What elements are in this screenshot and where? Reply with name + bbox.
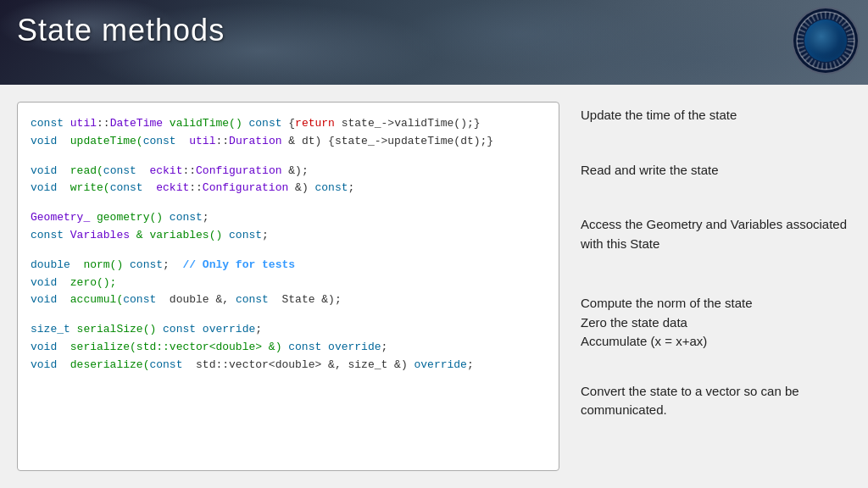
code-token: ; bbox=[203, 211, 209, 224]
description-text: Read and write the state bbox=[581, 163, 719, 177]
svg-point-1 bbox=[807, 22, 844, 59]
description-text: Zero the state data bbox=[581, 315, 687, 330]
code-token: updateTime( bbox=[64, 135, 143, 147]
code-token: Duration bbox=[229, 135, 281, 147]
code-token: ; bbox=[163, 258, 182, 271]
svg-point-3 bbox=[807, 34, 844, 47]
code-panel: const util::DateTime validTime() const {… bbox=[17, 102, 559, 471]
code-token: :: bbox=[182, 164, 196, 177]
code-token: accumul( bbox=[64, 293, 123, 306]
description-item: Convert the state to a vector so can be … bbox=[581, 382, 851, 420]
code-token: deserialize( bbox=[64, 358, 149, 371]
code-token: &); bbox=[281, 164, 308, 177]
code-token: norm() bbox=[77, 258, 130, 271]
code-line: const util::DateTime validTime() const {… bbox=[31, 115, 546, 133]
code-token: serialize(std::vector<double> &) bbox=[64, 341, 288, 353]
description-item: Update the time of the state bbox=[581, 106, 851, 125]
header: State methods bbox=[0, 0, 868, 85]
code-token: :: bbox=[215, 135, 229, 147]
code-token: override bbox=[203, 323, 255, 336]
code-token: state_->validTime();} bbox=[342, 117, 481, 130]
code-token: State &); bbox=[275, 293, 342, 306]
code-token: const bbox=[143, 135, 183, 147]
code-token: validTime() bbox=[163, 117, 248, 130]
descriptions-panel: Update the time of the stateRead and wri… bbox=[576, 102, 851, 471]
description-item: Compute the norm of the stateZero the st… bbox=[581, 294, 851, 352]
code-token: Geometry_ bbox=[31, 211, 90, 224]
code-token: std::vector<double> &, size_t &) bbox=[189, 358, 414, 371]
code-token: void bbox=[31, 181, 64, 194]
code-line: void write(const eckit::Configuration &)… bbox=[31, 180, 546, 197]
code-token: const bbox=[103, 164, 143, 177]
code-token: eckit bbox=[143, 164, 183, 177]
code-token: ; bbox=[348, 181, 355, 194]
code-token: { bbox=[288, 117, 295, 130]
code-token: const bbox=[248, 117, 288, 130]
code-token: ; bbox=[255, 323, 262, 336]
code-line: void read(const eckit::Configuration &); bbox=[31, 163, 546, 180]
code-line: void deserialize(const std::vector<doubl… bbox=[31, 357, 546, 374]
code-token: void bbox=[31, 341, 64, 353]
code-token: const bbox=[130, 258, 163, 271]
code-token: // Only for tests bbox=[182, 258, 295, 271]
code-token: ; bbox=[381, 341, 388, 353]
code-blank-line bbox=[31, 197, 546, 209]
code-token: const bbox=[163, 323, 203, 336]
code-token: void bbox=[31, 135, 64, 147]
code-line: size_t serialSize() const override; bbox=[31, 321, 546, 339]
code-token: double bbox=[31, 258, 77, 271]
code-token: geometry() bbox=[90, 211, 170, 224]
description-text: Access the Geometry and Variables associ… bbox=[581, 217, 847, 251]
description-item: Access the Geometry and Variables associ… bbox=[581, 215, 851, 253]
code-token: override bbox=[415, 358, 467, 371]
code-blank-line bbox=[31, 245, 546, 257]
code-token: read( bbox=[64, 164, 103, 177]
code-token: & variables() bbox=[130, 229, 229, 241]
code-token: void bbox=[31, 276, 64, 289]
description-item: Read and write the state bbox=[581, 161, 851, 180]
logo bbox=[792, 7, 860, 75]
code-line: void serialize(std::vector<double> &) co… bbox=[31, 339, 546, 357]
code-token: write( bbox=[64, 181, 110, 194]
code-token: size_t bbox=[31, 323, 70, 336]
code-token: :: bbox=[189, 181, 203, 194]
code-token: const bbox=[229, 229, 262, 241]
code-line: void accumul(const double &, const State… bbox=[31, 291, 546, 309]
code-token: const bbox=[123, 293, 163, 306]
code-token: Configuration bbox=[196, 164, 281, 177]
code-line: void updateTime(const util::Duration & d… bbox=[31, 133, 546, 151]
code-token: serialSize() bbox=[70, 323, 163, 336]
code-token: return bbox=[295, 117, 342, 130]
code-line: double norm() const; // Only for tests bbox=[31, 257, 546, 274]
code-token: const bbox=[170, 211, 203, 224]
code-token: eckit bbox=[149, 181, 189, 194]
svg-point-2 bbox=[817, 22, 834, 59]
code-token: const bbox=[110, 181, 150, 194]
code-token: const bbox=[149, 358, 189, 371]
code-blank-line bbox=[31, 151, 546, 163]
code-token: &) bbox=[288, 181, 314, 194]
code-token: & dt) {state_->updateTime(dt);} bbox=[282, 135, 494, 147]
code-token: void bbox=[31, 293, 64, 306]
code-token: const bbox=[288, 341, 328, 353]
code-token: zero(); bbox=[64, 276, 116, 289]
code-token: ; bbox=[262, 229, 269, 241]
code-token: void bbox=[31, 164, 64, 177]
description-text: Update the time of the state bbox=[581, 108, 737, 122]
description-text: Accumulate (x = x+ax) bbox=[581, 334, 707, 348]
code-token: DateTime bbox=[110, 117, 163, 130]
code-token: double &, bbox=[163, 293, 236, 306]
description-text: Compute the norm of the state bbox=[581, 296, 753, 310]
code-token: :: bbox=[97, 117, 110, 130]
code-token: Variables bbox=[70, 229, 130, 241]
code-token: util bbox=[182, 135, 215, 147]
page-title: State methods bbox=[17, 13, 225, 48]
code-token: override bbox=[328, 341, 381, 353]
code-token: Configuration bbox=[203, 181, 288, 194]
code-token: ; bbox=[467, 358, 474, 371]
code-line: const Variables & variables() const; bbox=[31, 227, 546, 245]
main-content: const util::DateTime validTime() const {… bbox=[0, 85, 868, 488]
code-token: const bbox=[31, 117, 70, 130]
code-token: void bbox=[31, 358, 64, 371]
svg-point-4 bbox=[800, 15, 851, 66]
